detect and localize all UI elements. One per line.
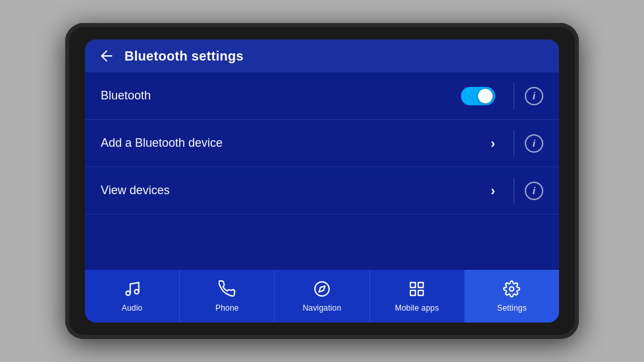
svg-rect-7	[418, 290, 423, 296]
bluetooth-label: Bluetooth	[101, 89, 461, 103]
nav-audio-label: Audio	[122, 303, 143, 313]
row-divider	[514, 83, 514, 109]
nav-phone-label: Phone	[215, 303, 239, 313]
navbar: Audio Phone Navigatio	[85, 270, 559, 323]
svg-marker-3	[319, 286, 325, 292]
view-devices-label: View devices	[101, 184, 491, 197]
add-device-info-icon[interactable]: i	[525, 134, 543, 153]
phone-icon	[219, 280, 236, 300]
page-title: Bluetooth settings	[124, 49, 244, 64]
nav-settings[interactable]: Settings	[465, 270, 559, 323]
svg-rect-4	[410, 282, 416, 288]
back-button[interactable]	[98, 47, 115, 65]
nav-navigation-label: Navigation	[303, 303, 342, 313]
row-divider	[514, 130, 514, 157]
svg-point-0	[126, 291, 130, 296]
add-device-chevron: ›	[491, 136, 495, 151]
nav-phone[interactable]: Phone	[180, 270, 275, 323]
nav-navigation[interactable]: Navigation	[275, 270, 369, 323]
svg-point-2	[315, 282, 329, 296]
navigation-icon	[313, 280, 331, 300]
svg-rect-6	[410, 290, 416, 296]
toggle-knob	[478, 89, 493, 103]
svg-point-8	[510, 286, 514, 291]
bluetooth-info-icon[interactable]: i	[525, 87, 543, 105]
view-devices-info-icon[interactable]: i	[525, 182, 543, 200]
bluetooth-row[interactable]: Bluetooth i	[85, 72, 559, 120]
bluetooth-row-right: i	[461, 83, 543, 109]
add-device-label: Add a Bluetooth device	[101, 136, 491, 150]
bluetooth-toggle[interactable]	[461, 87, 495, 105]
svg-rect-5	[418, 282, 423, 288]
add-device-row[interactable]: Add a Bluetooth device › i	[85, 120, 559, 167]
nav-mobile-apps[interactable]: Mobile apps	[370, 270, 465, 323]
screen: Bluetooth settings Bluetooth i	[85, 39, 559, 323]
nav-settings-label: Settings	[497, 303, 527, 313]
nav-audio[interactable]: Audio	[85, 270, 180, 323]
view-devices-row-right: › i	[491, 178, 543, 204]
mobile-apps-icon	[408, 280, 425, 300]
add-device-row-right: › i	[491, 130, 543, 157]
view-devices-chevron: ›	[491, 183, 495, 198]
car-surround: Bluetooth settings Bluetooth i	[65, 23, 579, 339]
content-area: Bluetooth i Add a Bluetooth device ›	[85, 72, 559, 270]
audio-icon	[124, 280, 141, 300]
nav-mobile-apps-label: Mobile apps	[395, 303, 439, 313]
row-divider	[514, 178, 514, 204]
header: Bluetooth settings	[85, 39, 559, 72]
settings-icon	[503, 280, 520, 300]
bluetooth-toggle-container	[461, 87, 495, 105]
view-devices-row[interactable]: View devices › i	[85, 167, 559, 215]
